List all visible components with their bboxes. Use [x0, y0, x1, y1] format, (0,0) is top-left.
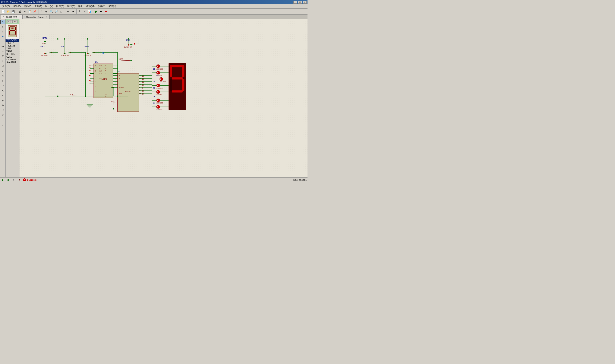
svg-text:74LS47: 74LS47: [125, 90, 132, 92]
tool-line[interactable]: /: [0, 69, 5, 73]
tb-copy[interactable]: 📋: [27, 9, 32, 14]
comp-item-sw-spdt[interactable]: SW-SPDT: [6, 61, 19, 64]
menu-edit[interactable]: 编辑(E): [12, 4, 22, 8]
tb-netlist[interactable]: ≡: [82, 9, 87, 14]
tool-junction[interactable]: ·: [0, 39, 5, 44]
tb-snap[interactable]: ⊕: [44, 9, 49, 14]
svg-rect-212: [172, 65, 183, 67]
left-sidebar: ↖ ▷ + IC · LBL ═ ⊤ ⊥ ◁ / □ ○ ◠ A ✎ ⊕ ✥ ↺…: [0, 19, 6, 177]
tb-zoom-out[interactable]: 🔎: [54, 9, 58, 14]
menu-tools[interactable]: 工具(T): [33, 4, 43, 8]
tool-port[interactable]: ◁: [0, 64, 5, 68]
tool-arc[interactable]: ◠: [0, 83, 5, 88]
tool-angle[interactable]: 0°: [0, 113, 5, 117]
tab-schematic-close[interactable]: ✕: [18, 16, 21, 18]
tb-zoom-in[interactable]: 🔍: [49, 9, 53, 14]
tb-print[interactable]: 🖨: [17, 9, 22, 14]
tool-select[interactable]: ↖: [0, 20, 5, 24]
comp-btn-vic[interactable]: VIC: [13, 20, 17, 23]
menu-chart[interactable]: 图表(G): [55, 4, 66, 8]
tb-open[interactable]: 📂: [6, 9, 11, 14]
svg-text:4: 4: [94, 83, 95, 84]
svg-rect-218: [172, 78, 183, 79]
tab-sim-errors[interactable]: ℹ Simulation Errors ✕: [23, 15, 50, 19]
error-indicator[interactable]: ✕ 1 Error(s): [23, 178, 37, 181]
menu-template[interactable]: 模版(M): [85, 4, 96, 8]
tool-rect[interactable]: □: [0, 74, 5, 78]
comp-preview-svg: 7SEG DIGI: [6, 24, 19, 38]
comp-item-led-red[interactable]: LED-RED: [6, 58, 19, 61]
tool-ground[interactable]: ⊥: [0, 59, 5, 64]
svg-rect-105: [89, 73, 91, 73]
menu-system[interactable]: 系统(Y): [96, 4, 107, 8]
tool-probe[interactable]: ▷: [0, 25, 5, 29]
tool-text[interactable]: A: [0, 88, 5, 93]
tab-sim-close[interactable]: ✕: [45, 16, 48, 18]
tool-move[interactable]: ✥: [0, 103, 5, 108]
tool-flip-v[interactable]: ↕: [0, 123, 5, 127]
svg-text:EI: EI: [94, 93, 96, 95]
comp-item-74148[interactable]: 74148: [6, 50, 19, 53]
menu-view[interactable]: 视图(V): [22, 4, 33, 8]
tb-save[interactable]: 💾: [11, 9, 15, 14]
tool-wire[interactable]: +: [0, 29, 5, 34]
sim-pause-button[interactable]: ⏸: [12, 178, 16, 182]
tb-stop[interactable]: ⏹: [104, 9, 108, 14]
comp-item-button[interactable]: BUTTON: [6, 53, 19, 55]
close-button[interactable]: ✕: [303, 1, 307, 4]
sim-play-button[interactable]: ▶: [1, 178, 5, 182]
tb-run[interactable]: ▶: [94, 9, 99, 14]
tb-zoom-fit[interactable]: ⊡: [59, 9, 63, 14]
sim-step-button[interactable]: ▶▶: [6, 178, 10, 182]
tool-marker[interactable]: ✎: [0, 93, 5, 98]
tb-undo[interactable]: ↩: [66, 9, 70, 14]
canvas-area[interactable]: BAT1 1.5V SW2 SW-SPDT: [19, 19, 308, 177]
tool-circle[interactable]: ○: [0, 78, 5, 83]
menubar: 文件(F) 编辑(E) 视图(V) 工具(T) 设计(N) 图表(G) 调试(D…: [0, 4, 308, 9]
tool-power[interactable]: ⊤: [0, 54, 5, 59]
tool-component[interactable]: IC: [0, 34, 5, 39]
comp-item-7seg[interactable]: 7SEG-DIGI: [6, 39, 19, 42]
svg-rect-217: [170, 65, 172, 77]
tool-zoom-area[interactable]: ⊕: [0, 98, 5, 103]
tb-bom[interactable]: 📊: [87, 9, 92, 14]
svg-text:BI/RBO: BI/RBO: [119, 86, 125, 89]
svg-rect-3: [10, 26, 15, 27]
svg-text:D4: D4: [153, 81, 155, 83]
svg-text:U1: U1: [95, 61, 98, 63]
minimize-button[interactable]: ─: [294, 1, 297, 4]
tb-redo[interactable]: ↪: [70, 9, 75, 14]
svg-point-60: [57, 39, 58, 40]
menu-help[interactable]: 帮助(H): [107, 4, 118, 8]
comp-item-74ls47[interactable]: 74LS47: [6, 42, 19, 44]
tb-paste[interactable]: 📌: [32, 9, 37, 14]
tb-new[interactable]: 📄: [1, 9, 6, 14]
tab-schematic[interactable]: ✏ 原理图绘制 ✕: [1, 15, 23, 19]
svg-text:SW-SPDT: SW-SPDT: [61, 54, 69, 56]
svg-text:A: A: [119, 75, 120, 77]
svg-rect-106: [89, 75, 91, 76]
tool-flip-h[interactable]: ↔: [0, 118, 5, 122]
tool-bus[interactable]: ═: [0, 49, 5, 54]
tool-undo-local[interactable]: ↺: [0, 108, 5, 113]
comp-item-74ls148[interactable]: 74LS148: [6, 44, 19, 47]
tb-step[interactable]: ⏭: [99, 9, 104, 14]
comp-item-7447[interactable]: 7447: [6, 47, 19, 50]
svg-text:LED-RED: LED-RED: [156, 102, 163, 104]
tool-label[interactable]: LBL: [0, 44, 5, 49]
comp-item-cell[interactable]: CELL: [6, 55, 19, 58]
svg-text:D6: D6: [153, 96, 155, 98]
maximize-button[interactable]: □: [298, 1, 302, 4]
svg-text:3: 3: [94, 80, 95, 82]
comp-btn-p[interactable]: P: [7, 20, 10, 23]
svg-text:LED-RED: LED-RED: [156, 68, 163, 70]
tb-cut[interactable]: ✂: [22, 9, 27, 14]
menu-debug[interactable]: 调试(D): [66, 4, 77, 8]
menu-design[interactable]: 设计(N): [44, 4, 54, 8]
menu-lib[interactable]: 库(L): [77, 4, 85, 8]
sim-stop-button[interactable]: ■: [17, 178, 21, 182]
comp-btn-l[interactable]: L: [10, 20, 13, 23]
tb-annotate[interactable]: A: [77, 9, 82, 14]
menu-file[interactable]: 文件(F): [1, 4, 11, 8]
tb-grid[interactable]: #: [39, 9, 44, 14]
